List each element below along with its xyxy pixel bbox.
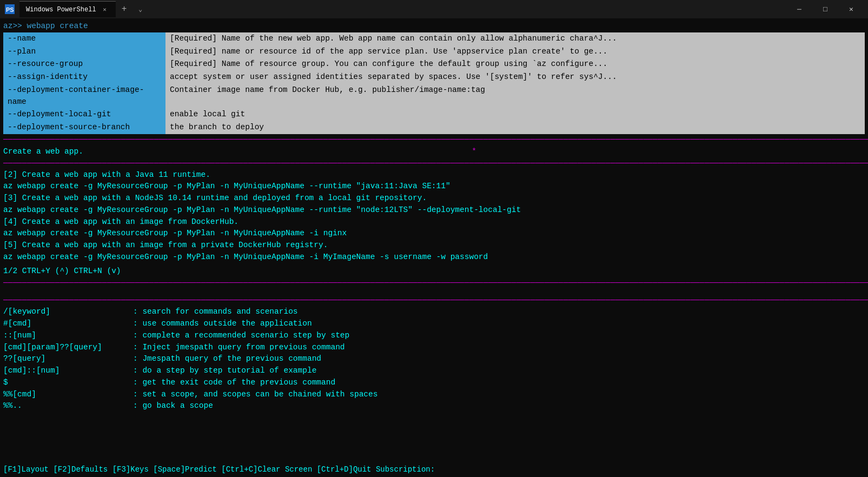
autocomplete-value: accept system or user assigned identitie… bbox=[165, 71, 865, 84]
autocomplete-row: --deployment-source-branchthe branch to … bbox=[3, 121, 865, 134]
example-line: az webapp create -g MyResourceGroup -p M… bbox=[3, 251, 865, 263]
help-key: ??[query] bbox=[3, 353, 133, 365]
help-key: [cmd]::[num] bbox=[3, 365, 133, 377]
help-desc: : get the exit code of the previous comm… bbox=[133, 377, 335, 389]
terminal[interactable]: az>> webapp create --name[Required] Name… bbox=[0, 18, 868, 477]
tab-dropdown-button[interactable]: ⌄ bbox=[133, 2, 148, 17]
example-line: az webapp create -g MyResourceGroup -p M… bbox=[3, 204, 865, 216]
prompt-text: az>> webapp create bbox=[3, 22, 88, 30]
help-desc: : use commands outside the application bbox=[133, 318, 312, 330]
tab-bar: Windows PowerShell ✕ + ⌄ bbox=[19, 1, 399, 17]
autocomplete-row: --resource-group[Required] Name of resou… bbox=[3, 58, 865, 71]
autocomplete-key: --deployment-source-branch bbox=[3, 121, 165, 134]
prompt-line: az>> webapp create bbox=[3, 21, 865, 32]
autocomplete-row: --deployment-container-image-nameContain… bbox=[3, 84, 865, 109]
help-row: %%.. : go back a scope bbox=[3, 400, 865, 412]
window-controls: ─ □ ✕ bbox=[787, 0, 864, 18]
help-key: %%[cmd] bbox=[3, 389, 133, 401]
separator-1: ────────────────────────────────────────… bbox=[3, 135, 865, 145]
autocomplete-value: Container image name from Docker Hub, e.… bbox=[165, 84, 865, 109]
autocomplete-key: --plan bbox=[3, 45, 165, 58]
help-desc: : do a step by step tutorial of example bbox=[133, 365, 316, 377]
bottom-bar-text: [F1]Layout [F2]Defaults [F3]Keys [Space]… bbox=[3, 465, 435, 474]
separator-3: ────────────────────────────────────────… bbox=[3, 278, 865, 288]
help-key: /[keyword] bbox=[3, 306, 133, 318]
help-desc: : complete a recommended scenario step b… bbox=[133, 330, 349, 342]
help-desc: : set a scope, and scopes can be chained… bbox=[133, 389, 377, 401]
help-desc: : go back a scope bbox=[133, 400, 213, 412]
tab-title: Windows PowerShell bbox=[26, 6, 96, 14]
autocomplete-key: --name bbox=[3, 32, 165, 45]
autocomplete-key: --deployment-container-image-name bbox=[3, 84, 165, 109]
example-line: [2] Create a web app with a Java 11 runt… bbox=[3, 169, 865, 181]
help-row: /[keyword] : search for commands and sce… bbox=[3, 306, 865, 318]
examples-section: [2] Create a web app with a Java 11 runt… bbox=[3, 169, 865, 263]
help-key: ::[num] bbox=[3, 330, 133, 342]
description-text: Create a web app. bbox=[3, 145, 83, 158]
help-key: #[cmd] bbox=[3, 318, 133, 330]
svg-text:PS: PS bbox=[6, 6, 14, 13]
autocomplete-row: --deployment-local-gitenable local git bbox=[3, 108, 865, 121]
autocomplete-value: [Required] Name of resource group. You c… bbox=[165, 58, 865, 71]
example-line: [4] Create a web app with an image from … bbox=[3, 216, 865, 228]
help-row: ::[num] : complete a recommended scenari… bbox=[3, 330, 865, 342]
help-row: [cmd][param]??[query]: Inject jmespath q… bbox=[3, 342, 865, 354]
help-desc: : search for commands and scenarios bbox=[133, 306, 298, 318]
autocomplete-key: --assign-identity bbox=[3, 71, 165, 84]
help-row: #[cmd] : use commands outside the applic… bbox=[3, 318, 865, 330]
help-desc: : Jmespath query of the previous command bbox=[133, 353, 321, 365]
tab-close-button[interactable]: ✕ bbox=[101, 5, 109, 14]
autocomplete-value: [Required] name or resource id of the ap… bbox=[165, 45, 865, 58]
description-line: Create a web app. * bbox=[3, 145, 865, 158]
close-button[interactable]: ✕ bbox=[839, 0, 864, 18]
autocomplete-key: --deployment-local-git bbox=[3, 108, 165, 121]
help-row: %%[cmd] : set a scope, and scopes can be… bbox=[3, 389, 865, 401]
help-row: $ : get the exit code of the previous co… bbox=[3, 377, 865, 389]
autocomplete-row: --assign-identityaccept system or user a… bbox=[3, 71, 865, 84]
autocomplete-key: --resource-group bbox=[3, 58, 165, 71]
maximize-button[interactable]: □ bbox=[813, 0, 838, 18]
app-icon: PS bbox=[4, 4, 15, 15]
help-key: [cmd][param]??[query] bbox=[3, 342, 133, 354]
new-tab-button[interactable]: + bbox=[117, 2, 132, 17]
help-row: [cmd]::[num] : do a step by step tutoria… bbox=[3, 365, 865, 377]
example-line: az webapp create -g MyResourceGroup -p M… bbox=[3, 181, 865, 193]
asterisk: * bbox=[472, 145, 476, 158]
minimize-button[interactable]: ─ bbox=[787, 0, 812, 18]
active-tab[interactable]: Windows PowerShell ✕ bbox=[19, 1, 116, 17]
pagination-line: 1/2 CTRL+Y (^) CTRL+N (v) bbox=[3, 266, 865, 277]
autocomplete-value: the branch to deploy bbox=[165, 121, 865, 134]
autocomplete-table: --name[Required] Name of the new web app… bbox=[3, 32, 865, 134]
autocomplete-value: [Required] Name of the new web app. Web … bbox=[165, 32, 865, 45]
example-line: [3] Create a web app with a NodeJS 10.14… bbox=[3, 193, 865, 204]
help-row: ??[query] : Jmespath query of the previo… bbox=[3, 353, 865, 365]
autocomplete-row: --plan[Required] name or resource id of … bbox=[3, 45, 865, 58]
help-section: /[keyword] : search for commands and sce… bbox=[3, 306, 865, 412]
separator-4: ────────────────────────────────────────… bbox=[3, 295, 865, 306]
help-desc: : Inject jmespath query from previous co… bbox=[133, 342, 345, 354]
separator-2: ────────────────────────────────────────… bbox=[3, 158, 865, 169]
example-line: az webapp create -g MyResourceGroup -p M… bbox=[3, 228, 865, 240]
help-key: %%.. bbox=[3, 400, 133, 412]
autocomplete-row: --name[Required] Name of the new web app… bbox=[3, 32, 865, 45]
example-line: [5] Create a web app with an image from … bbox=[3, 240, 865, 251]
titlebar: PS Windows PowerShell ✕ + ⌄ ─ □ ✕ bbox=[0, 0, 868, 18]
help-key: $ bbox=[3, 377, 133, 389]
pagination-text: 1/2 CTRL+Y (^) CTRL+N (v) bbox=[3, 267, 121, 275]
autocomplete-value: enable local git bbox=[165, 108, 865, 121]
bottom-bar: [F1]Layout [F2]Defaults [F3]Keys [Space]… bbox=[0, 462, 868, 477]
